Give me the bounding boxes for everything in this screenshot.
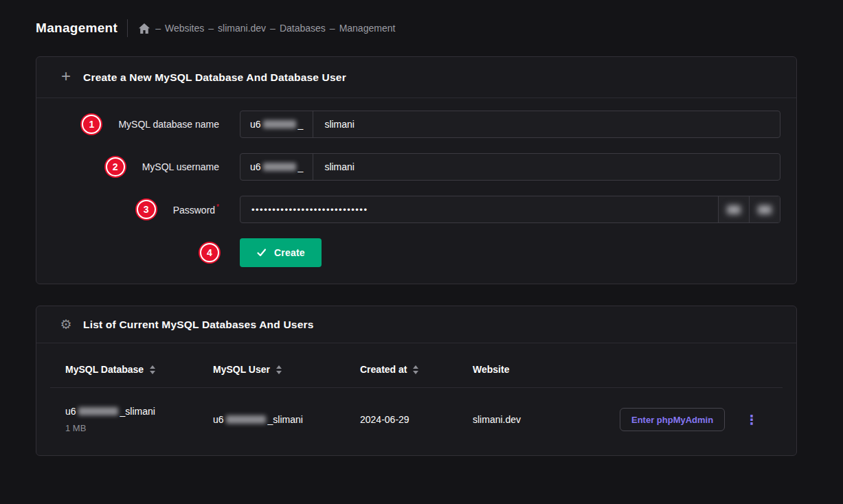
redacted-text [263, 163, 296, 171]
cell-created-at: 2024-06-29 [360, 414, 473, 425]
password-generate-button[interactable] [749, 196, 780, 222]
database-size: 1 MB [65, 423, 213, 433]
redacted-text [78, 407, 118, 415]
database-name: u6_slimani [65, 406, 213, 417]
cell-website: slimani.dev [473, 414, 620, 425]
create-panel-header: + Create a New MySQL Database And Databa… [36, 57, 796, 98]
create-button[interactable]: Create [240, 238, 322, 267]
database-list-panel: ⚙ List of Current MySQL Databases And Us… [36, 306, 797, 456]
enter-phpmyadmin-button[interactable]: Enter phpMyAdmin [620, 408, 725, 431]
create-button-label: Create [274, 247, 305, 258]
redacted-text [226, 415, 266, 424]
breadcrumb-item-databases[interactable]: Databases [280, 23, 326, 34]
home-icon-glyph [139, 23, 150, 34]
redacted-text [263, 120, 296, 128]
page-header: Management – Websites – slimani.dev – Da… [0, 0, 843, 37]
column-label: MySQL User [213, 364, 270, 375]
create-panel-body: 1 MySQL database name u6_ slimani 2 MySQ… [36, 98, 796, 284]
breadcrumb-separator: – [155, 23, 161, 34]
breadcrumb-item-site[interactable]: slimani.dev [218, 23, 266, 34]
username-field-cell: u6_ slimani [240, 153, 780, 181]
password-label: Password* [173, 203, 219, 216]
column-header-created-at[interactable]: Created at [360, 364, 473, 375]
database-name-suffix: _slimani [120, 406, 155, 417]
database-name-input[interactable]: u6_ slimani [240, 111, 780, 138]
kebab-menu-icon: ⋮ [745, 412, 758, 428]
breadcrumb-separator: – [208, 23, 214, 34]
row-menu-button[interactable]: ⋮ [739, 407, 764, 432]
breadcrumb-separator: – [330, 23, 335, 34]
page-title: Management [36, 21, 117, 36]
database-name-field-cell: u6_ slimani [240, 111, 780, 138]
password-label-cell: 3 Password* [61, 200, 219, 219]
database-name-label: MySQL database name [118, 119, 219, 130]
username-label-cell: 2 MySQL username [61, 157, 219, 176]
prefix-start: u6 [250, 161, 261, 172]
username-label: MySQL username [142, 161, 219, 172]
breadcrumb-item-management[interactable]: Management [339, 23, 396, 34]
step-badge-2: 2 [106, 157, 125, 176]
username-prefix: u6_ [240, 154, 313, 180]
password-input[interactable]: •••••••••••••••••••••••••••• [240, 196, 780, 223]
breadcrumb-item-websites[interactable]: Websites [165, 23, 204, 34]
form-row-database-name: 1 MySQL database name u6_ slimani [61, 111, 780, 138]
password-label-text: Password [173, 205, 215, 216]
cell-action: Enter phpMyAdmin [620, 408, 721, 431]
eye-icon [727, 205, 741, 214]
refresh-icon [758, 205, 772, 214]
sort-icon [276, 365, 282, 374]
create-step-cell: 4 [61, 243, 219, 262]
list-panel-title: List of Current MySQL Databases And User… [83, 319, 314, 331]
databases-table: MySQL Database MySQL User Created at Web… [50, 343, 783, 455]
header-divider [127, 19, 128, 37]
username-input[interactable]: u6_ slimani [240, 153, 780, 181]
list-panel-header: ⚙ List of Current MySQL Databases And Us… [36, 306, 796, 343]
password-value: •••••••••••••••••••••••••••• [240, 205, 718, 215]
user-name-prefix: u6 [213, 414, 224, 425]
column-header-mysql-database[interactable]: MySQL Database [65, 364, 213, 375]
gear-icon: ⚙ [60, 318, 72, 331]
breadcrumb: – Websites – slimani.dev – Databases – M… [155, 23, 395, 34]
username-value: slimani [313, 161, 366, 172]
required-asterisk: * [216, 203, 219, 211]
create-database-panel: + Create a New MySQL Database And Databa… [36, 56, 797, 284]
create-panel-title: Create a New MySQL Database And Database… [83, 71, 346, 84]
prefix-end: _ [298, 161, 304, 172]
step-badge-4: 4 [200, 243, 219, 262]
plus-icon: + [60, 68, 72, 84]
column-label: Website [473, 364, 509, 375]
cell-menu: ⋮ [721, 407, 783, 432]
create-button-cell: Create [240, 238, 780, 267]
table-row: u6_slimani 1 MB u6_slimani 2024-06-29 sl… [50, 388, 783, 439]
column-header-website: Website [473, 364, 620, 375]
column-label: MySQL Database [65, 364, 144, 375]
column-header-mysql-user[interactable]: MySQL User [213, 364, 360, 375]
database-name-prefix: u6_ [240, 111, 313, 137]
password-visibility-button[interactable] [718, 196, 749, 222]
database-name-value: slimani [313, 119, 366, 130]
column-label: Created at [360, 364, 407, 375]
check-icon [256, 247, 267, 258]
home-icon[interactable] [139, 23, 150, 34]
step-badge-3: 3 [137, 200, 156, 219]
cell-mysql-user: u6_slimani [213, 414, 360, 425]
form-row-password: 3 Password* •••••••••••••••••••••••••••• [61, 196, 780, 223]
user-name-suffix: _slimani [268, 414, 303, 425]
database-name-label-cell: 1 MySQL database name [61, 115, 219, 134]
sort-icon [413, 365, 418, 374]
table-header-row: MySQL Database MySQL User Created at Web… [50, 343, 783, 388]
prefix-end: _ [298, 119, 304, 130]
cell-mysql-database: u6_slimani 1 MB [65, 406, 213, 433]
prefix-start: u6 [250, 119, 261, 130]
password-field-cell: •••••••••••••••••••••••••••• [240, 196, 780, 223]
breadcrumb-separator: – [270, 23, 276, 34]
page: Management – Websites – slimani.dev – Da… [0, 0, 843, 504]
form-row-username: 2 MySQL username u6_ slimani [61, 153, 780, 181]
sort-icon [150, 365, 155, 374]
database-name-prefix: u6 [65, 406, 76, 417]
form-row-create: 4 Create [61, 238, 780, 267]
step-badge-1: 1 [82, 115, 101, 134]
